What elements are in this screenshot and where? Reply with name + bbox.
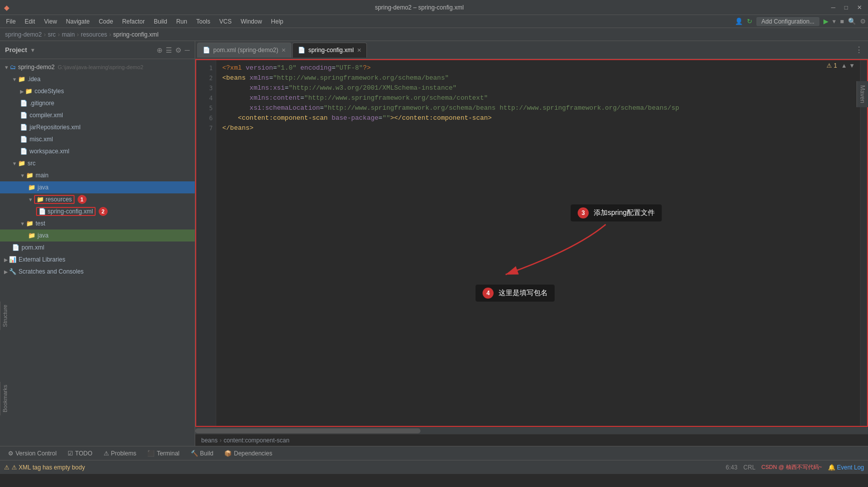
tab-build[interactable]: 🔨 Build xyxy=(186,447,219,459)
menu-file[interactable]: File xyxy=(2,17,20,26)
tab-terminal[interactable]: ⬛ Terminal xyxy=(142,447,184,459)
tab-close-spring-config[interactable]: ✕ xyxy=(357,47,361,54)
menu-navigate[interactable]: Navigate xyxy=(62,17,94,26)
build-button[interactable]: ■ xyxy=(840,18,844,25)
breadcrumb-main[interactable]: main xyxy=(62,31,75,38)
scroll-up-icon[interactable]: ▲ xyxy=(841,62,847,69)
breadcrumb-bar: spring-demo2 › src › main › resources › … xyxy=(0,28,868,41)
menu-bar: File Edit View Navigate Code Refactor Bu… xyxy=(0,15,868,28)
tab-label-spring-config: spring-config.xml xyxy=(308,47,354,54)
tree-label-spring-config: spring-config.xml xyxy=(48,208,93,215)
menu-build[interactable]: Build xyxy=(150,17,171,26)
tree-item-compiler[interactable]: 📄 compiler.xml xyxy=(0,109,195,121)
minimize-panel-icon[interactable]: ─ xyxy=(185,46,190,54)
breadcrumb-resources[interactable]: resources xyxy=(81,31,107,38)
menu-window[interactable]: Window xyxy=(237,17,266,26)
breadcrumb-project[interactable]: spring-demo2 xyxy=(5,31,42,38)
scratches-icon: 🔧 xyxy=(9,268,17,275)
tab-close-pom[interactable]: ✕ xyxy=(281,47,286,54)
minimize-button[interactable]: ─ xyxy=(829,4,837,11)
gear-icon[interactable]: ⚙ xyxy=(175,46,182,54)
debug-button[interactable]: ▾ xyxy=(832,18,836,25)
run-button[interactable]: ▶ xyxy=(823,18,828,25)
tab-version-control[interactable]: ⚙ Version Control xyxy=(3,447,62,459)
tree-item-test[interactable]: ▼ 📁 test xyxy=(0,217,195,229)
tree-label-main: main xyxy=(36,172,49,179)
scrollbar-thumb[interactable] xyxy=(195,428,420,433)
code-line-2: <beans xmlns="http://www.springframework… xyxy=(222,73,854,83)
tree-item-main[interactable]: ▼ 📁 main xyxy=(0,169,195,181)
collapse-icon[interactable]: ☰ xyxy=(166,46,172,54)
status-bar: ⚠ ⚠ XML tag has empty body 6:43 CRL CSDN… xyxy=(0,460,868,474)
bookmarks-panel-tab[interactable]: Bookmarks xyxy=(0,382,10,415)
update-icon[interactable]: ↻ xyxy=(747,18,752,25)
editor-scrollbar[interactable] xyxy=(860,60,867,426)
maven-panel-tab[interactable]: Maven xyxy=(856,81,868,107)
breadcrumb-src[interactable]: src xyxy=(48,31,56,38)
menu-run[interactable]: Run xyxy=(172,17,191,26)
project-tree: ▼ 🗂 spring-demo2 G:\java\java-learning\s… xyxy=(0,59,195,446)
breadcrumb-beans[interactable]: beans xyxy=(201,437,218,444)
tree-item-java-main[interactable]: 📁 java xyxy=(0,181,195,193)
close-button[interactable]: ✕ xyxy=(855,4,864,11)
window-title: spring-demo2 – spring-config.xml xyxy=(375,4,464,11)
menu-view[interactable]: View xyxy=(40,17,61,26)
tab-spring-config[interactable]: 📄 spring-config.xml ✕ xyxy=(292,43,367,58)
main-layout: Project ▼ ⊕ ☰ ⚙ ─ ▼ 🗂 spring-demo2 G:\ja… xyxy=(0,41,868,446)
maximize-button[interactable]: □ xyxy=(842,4,850,11)
tab-todo[interactable]: ☑ TODO xyxy=(63,447,97,459)
menu-refactor[interactable]: Refactor xyxy=(118,17,149,26)
tree-item-resources[interactable]: ▼ 📁 resources 1 xyxy=(0,193,195,205)
menu-tools[interactable]: Tools xyxy=(192,17,214,26)
warning-count: 1 xyxy=(834,62,837,69)
tab-more-button[interactable]: ⋮ xyxy=(852,45,866,55)
search-icon[interactable]: 🔍 xyxy=(848,18,856,25)
tree-item-misc[interactable]: 📄 misc.xml xyxy=(0,133,195,145)
tree-item-codestyles[interactable]: ▶ 📁 codeStyles xyxy=(0,85,195,97)
sidebar-header: Project ▼ ⊕ ☰ ⚙ ─ xyxy=(0,41,195,59)
sidebar-dropdown-icon[interactable]: ▼ xyxy=(30,47,36,53)
menu-edit[interactable]: Edit xyxy=(21,17,39,26)
tree-item-src[interactable]: ▼ 📁 src xyxy=(0,157,195,169)
tree-label-test: test xyxy=(36,220,45,227)
code-editor[interactable]: <?xml version="1.0" encoding="UTF-8"?> <… xyxy=(216,60,860,426)
tree-item-workspace[interactable]: 📄 workspace.xml xyxy=(0,145,195,157)
menu-code[interactable]: Code xyxy=(95,17,117,26)
structure-panel-tab[interactable]: Structure xyxy=(0,302,10,330)
locate-icon[interactable]: ⊕ xyxy=(157,46,163,54)
badge-2: 2 xyxy=(99,207,108,216)
folder-icon-codestyles: 📁 xyxy=(25,88,33,95)
editor-content[interactable]: 1 2 3 4 5 6 7 <?xml version="1.0" encodi… xyxy=(195,59,868,427)
tree-label-java-main: java xyxy=(38,184,49,191)
editor-breadcrumb: beans › content:component-scan xyxy=(195,434,868,446)
breadcrumb-component-scan[interactable]: content:component-scan xyxy=(224,437,289,444)
add-config-button[interactable]: Add Configuration... xyxy=(756,17,819,26)
tree-item-pom[interactable]: 📄 pom.xml xyxy=(0,241,195,254)
tree-item-jarrepo[interactable]: 📄 jarRepositories.xml xyxy=(0,121,195,133)
menu-help[interactable]: Help xyxy=(267,17,287,26)
csdn-label: CSDN @ 柚西不写代码~ xyxy=(761,463,822,471)
tree-item-spring-demo2[interactable]: ▼ 🗂 spring-demo2 G:\java\java-learning\s… xyxy=(0,61,195,73)
horizontal-scrollbar[interactable] xyxy=(195,427,868,434)
tree-item-spring-config[interactable]: 📄 spring-config.xml 2 xyxy=(0,205,195,217)
settings-icon[interactable]: ⚙ xyxy=(860,18,866,25)
tree-item-idea[interactable]: ▼ 📁 .idea xyxy=(0,73,195,85)
tree-item-external-libs[interactable]: ▶ 📊 External Libraries xyxy=(0,254,195,266)
title-bar-controls[interactable]: ─ □ ✕ xyxy=(829,4,864,11)
scroll-down-icon[interactable]: ▼ xyxy=(849,62,855,69)
tab-icon-spring-config: 📄 xyxy=(298,47,305,54)
expand-arrow: ▼ xyxy=(4,65,9,70)
external-libs-icon: 📊 xyxy=(9,256,17,263)
tree-path-spring-demo2: G:\java\java-learning\spring-demo2 xyxy=(58,64,143,70)
tab-dependencies[interactable]: 📦 Dependencies xyxy=(219,447,277,459)
tree-item-scratches[interactable]: ▶ 🔧 Scratches and Consoles xyxy=(0,266,195,278)
bottom-tab-bar: ⚙ Version Control ☑ TODO ⚠ Problems ⬛ Te… xyxy=(0,446,868,460)
tree-item-gitignore[interactable]: 📄 .gitignore xyxy=(0,97,195,109)
tab-problems[interactable]: ⚠ Problems xyxy=(99,447,142,459)
account-icon[interactable]: 👤 xyxy=(735,18,743,25)
menu-vcs[interactable]: VCS xyxy=(215,17,236,26)
tree-item-java-test[interactable]: 📁 java xyxy=(0,229,195,241)
event-log-tab[interactable]: 🔔 Event Log xyxy=(828,464,864,471)
tab-pom[interactable]: 📄 pom.xml (spring-demo2) ✕ xyxy=(197,43,291,58)
breadcrumb-file[interactable]: spring-config.xml xyxy=(113,31,159,38)
